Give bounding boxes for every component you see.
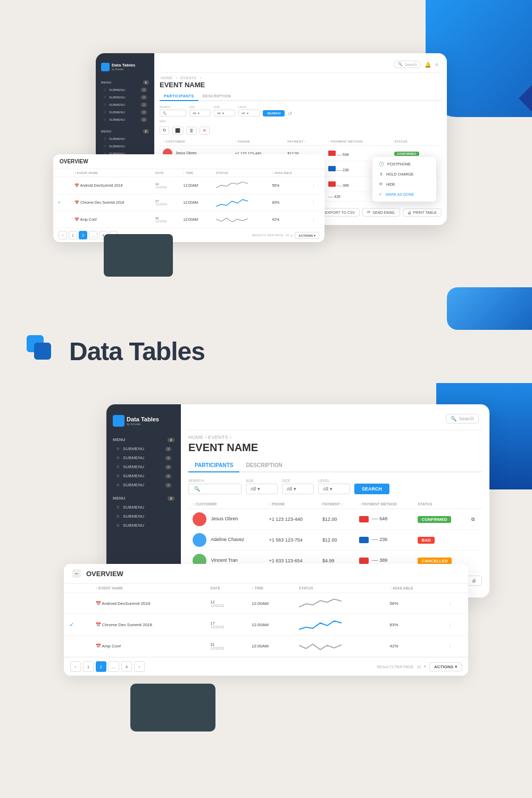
- td-actions-lg[interactable]: [467, 530, 482, 551]
- sidebar-item-lg-1[interactable]: ☆SUBMENU 2: [106, 444, 181, 453]
- ov-td-more[interactable]: ⋮: [307, 177, 325, 194]
- td-actions-lg[interactable]: [467, 551, 482, 571]
- logo-sub-lg: by Envato: [127, 422, 159, 426]
- submenu-label: SUBMENU: [109, 96, 125, 99]
- sidebar-item-lg-2[interactable]: ☆SUBMENU 2: [106, 453, 181, 462]
- menu-label-lg: MENU: [113, 437, 126, 442]
- sidebar-item2-lg-1[interactable]: ☆SUBMENU: [106, 503, 181, 512]
- status-badge-bad: BAD: [418, 537, 434, 544]
- sidebar-item-1-1[interactable]: ☆ SUBMENU 2: [96, 86, 154, 94]
- copy-btn[interactable]: ⧉: [160, 126, 169, 135]
- dropdown-item-markdone[interactable]: ✓ MARK AS DONE: [372, 189, 436, 200]
- notification-icon[interactable]: 🔔: [425, 62, 431, 68]
- actions-button-bottom[interactable]: ACTIONS ▾: [429, 662, 462, 671]
- overview-title-top: OVERVIEW: [53, 154, 325, 169]
- tab-description-lg[interactable]: DESCRIPTION: [239, 459, 288, 471]
- dropdown-label-markdone: MARK AS DONE: [386, 193, 414, 196]
- td-actions-lg[interactable]: ⧉: [467, 509, 482, 530]
- dropdown-item-postpone[interactable]: 🕐 POSTPHONE: [372, 159, 436, 169]
- page-2-btn[interactable]: 2: [79, 231, 87, 239]
- tab-description[interactable]: DESCRIPTION: [198, 92, 235, 100]
- print-icon: 🖨: [408, 211, 411, 214]
- sidebar-menu-header-1: MENU 2: [96, 79, 154, 86]
- filter-search-group: SEARCH 🔍: [160, 105, 186, 117]
- tab-participants-lg[interactable]: PARTICIPANTS: [188, 459, 239, 472]
- ov-td-more-lg[interactable]: ⋮: [443, 636, 468, 657]
- refresh-icon[interactable]: ↺: [288, 111, 292, 117]
- search-box[interactable]: 🔍 Search: [394, 61, 420, 68]
- sidebar-item-lg-5[interactable]: ☆SUBMENU 2: [106, 480, 181, 489]
- chevron-down-icon: ▾: [330, 486, 332, 492]
- page-prev-btn[interactable]: ‹: [59, 231, 67, 239]
- actions-button-top[interactable]: ACTIONS ▾: [295, 232, 319, 239]
- tab-participants[interactable]: PARTICIPANTS: [160, 92, 198, 101]
- page-prev-btn-lg[interactable]: ‹: [70, 661, 81, 672]
- filter-search-input-lg[interactable]: 🔍: [188, 484, 242, 494]
- filter-level-select-lg[interactable]: All ▾: [318, 484, 350, 494]
- page-4-btn-lg[interactable]: 4: [121, 661, 132, 672]
- overview-footer-bottom: ‹ 1 2 … 4 › RESULTS PER PAGE 10 ▾ ACTION…: [64, 657, 468, 676]
- dropdown-item-hide[interactable]: 👁 HIDE: [372, 179, 436, 189]
- sidebar-menu-group-1: MENU 2 ☆ SUBMENU 2 ☆ SUBMENU 2 ☆ SUBMENU…: [96, 77, 154, 126]
- th-phone-lg: ↕ PHONE: [264, 500, 318, 509]
- overview-minus-btn[interactable]: −: [72, 569, 81, 578]
- submenu-label: SUBMENU: [109, 137, 125, 140]
- page-1-btn-lg[interactable]: 1: [83, 661, 94, 672]
- sidebar-item-1-2[interactable]: ☆ SUBMENU 2: [96, 94, 154, 101]
- filter-size-select-lg[interactable]: All ▾: [282, 484, 314, 494]
- filter-level-lg: LEVEL All ▾: [318, 479, 350, 494]
- ov-td-available: 83%: [268, 194, 307, 211]
- ov-td-more-lg[interactable]: ⋮: [443, 614, 468, 636]
- search-button-lg[interactable]: SEARCH: [354, 484, 389, 494]
- search-placeholder-lg: Search: [459, 416, 474, 421]
- close-btn[interactable]: ✕: [200, 127, 210, 135]
- filter-age-select[interactable]: All ▾: [189, 110, 211, 117]
- overview-title-text: OVERVIEW: [86, 570, 123, 578]
- filter-search-input[interactable]: 🔍: [160, 110, 186, 117]
- action-bar-top: ⧉ ⬛ 🗑 ✕: [160, 123, 442, 138]
- dropdown-item-holdcharge[interactable]: ⏸ HOLD CHARGE: [372, 169, 436, 179]
- filter-level-select[interactable]: All ▾: [238, 110, 260, 117]
- page-1-btn[interactable]: 1: [69, 231, 77, 239]
- filter-size-select[interactable]: All ▾: [214, 110, 235, 117]
- filter-size-lg: SIZE All ▾: [282, 479, 314, 494]
- ov-td-more[interactable]: ⋮: [307, 211, 325, 228]
- ov-td-more[interactable]: ⋮: [307, 194, 325, 211]
- sidebar-item-1-3[interactable]: ☆ SUBMENU 2: [96, 101, 154, 109]
- star-icon: ☆: [116, 514, 120, 519]
- sidebar-item-1-4[interactable]: ☆ SUBMENU 2: [96, 109, 154, 116]
- page-2-btn-lg[interactable]: 2: [96, 661, 106, 672]
- filter-age-select-lg[interactable]: All ▾: [246, 484, 278, 494]
- print-btn-lg[interactable]: 🖨: [466, 576, 482, 586]
- menu-icon[interactable]: ≡: [435, 62, 438, 68]
- search-box-bottom[interactable]: 🔍 Search: [446, 414, 479, 423]
- ov-th-status-lg: STATUS: [294, 584, 385, 593]
- ov-th-status: STATUS: [212, 169, 268, 177]
- ov-td-date-lg: 3112/2018: [205, 636, 246, 657]
- ov-td-more-lg[interactable]: ⋮: [443, 593, 468, 614]
- page-next-btn-lg[interactable]: ›: [134, 661, 145, 672]
- sidebar-item-2-2[interactable]: ☆ SUBMENU: [96, 143, 154, 150]
- sidebar-item-2-1[interactable]: ☆ SUBMENU: [96, 135, 154, 143]
- td-customer-lg: Jesus Obren: [188, 509, 264, 530]
- logo-icon: [101, 63, 110, 71]
- td-payment-lg: $12.00: [318, 530, 355, 551]
- sidebar-item-1-5[interactable]: ☆ SUBMENU 2: [96, 116, 154, 123]
- ov-td-event-lg: 📅 Chrome Dev Summit 2018: [90, 614, 205, 636]
- dropdown-label-postpone: POSTPHONE: [387, 162, 411, 166]
- print-table-btn[interactable]: 🖨 PRINT TABLE: [403, 209, 442, 217]
- search-button[interactable]: SEARCH: [263, 110, 285, 117]
- sidebar-item2-lg-3[interactable]: ☆SUBMENU: [106, 521, 181, 530]
- filter-level-label-lg: LEVEL: [318, 479, 350, 483]
- ov-row-lg: ✓ 📅 Chrome Dev Summit 2018 1712/2018 12:…: [64, 614, 468, 636]
- sidebar-item2-lg-2[interactable]: ☆SUBMENU: [106, 512, 181, 521]
- sidebar-item-lg-3[interactable]: ☆SUBMENU 2: [106, 462, 181, 471]
- send-email-btn[interactable]: ✉ SEND EMAIL: [362, 208, 400, 217]
- delete-btn[interactable]: 🗑: [186, 127, 197, 135]
- ov-td-event: 📅 Android DevSummit 2018: [70, 177, 151, 194]
- ov-td-avail-lg: 83%: [385, 614, 443, 636]
- sidebar-item-lg-4[interactable]: ☆SUBMENU 2: [106, 471, 181, 480]
- pdf-btn[interactable]: ⬛: [172, 127, 184, 135]
- ov-td-date: 1712/2018: [151, 194, 179, 211]
- menu-badge-2-lg: 2: [168, 496, 174, 501]
